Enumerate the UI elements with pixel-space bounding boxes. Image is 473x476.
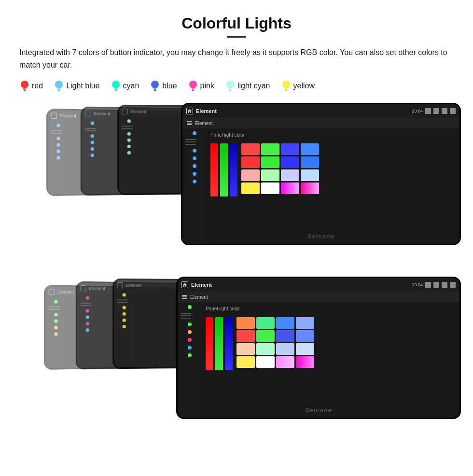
color-bar-red-b	[206, 317, 213, 370]
color-cell-b9[interactable]	[236, 343, 255, 355]
yellow-bulb-icon	[281, 80, 292, 92]
color-cell-16[interactable]	[301, 182, 319, 194]
sidebar-dot-b2	[188, 322, 192, 326]
sidebar-left	[182, 128, 207, 244]
sidebar-line-b1	[181, 313, 191, 314]
color-cell-b1[interactable]	[236, 317, 255, 329]
topbar-icon-scr-b	[442, 282, 447, 288]
color-cell-9[interactable]	[241, 169, 260, 181]
color-cell-7[interactable]	[281, 156, 299, 168]
color-cell-b14[interactable]	[256, 356, 275, 368]
screen-title-b: Element	[191, 282, 212, 288]
color-cell-b10[interactable]	[256, 343, 275, 355]
svg-rect-8	[115, 90, 117, 91]
svg-point-18	[282, 81, 290, 88]
color-cell-10[interactable]	[261, 169, 279, 181]
svg-point-6	[112, 81, 120, 88]
topbar-icon-vol	[433, 108, 439, 114]
sidebar-left-b	[178, 302, 202, 418]
color-cell-13[interactable]	[241, 182, 260, 194]
color-display-area-b	[206, 317, 456, 370]
svg-rect-4	[57, 88, 60, 90]
color-cell-b3[interactable]	[276, 317, 294, 329]
topbar-icon-cam-b	[425, 282, 431, 288]
color-bar-blue	[230, 143, 237, 196]
svg-point-15	[226, 81, 234, 88]
device-card-main-top: Element 20:04 Element	[181, 103, 461, 245]
color-bars	[210, 143, 237, 196]
color-cell-3[interactable]	[281, 143, 299, 155]
screen-body: Panel light color	[182, 128, 459, 244]
red-bulb-icon	[19, 80, 30, 92]
color-cell-b4[interactable]	[296, 317, 314, 329]
pink-bulb-icon	[188, 80, 198, 92]
color-cell-b12[interactable]	[296, 343, 314, 355]
color-grid-top	[241, 143, 319, 194]
color-cell-11[interactable]	[281, 169, 299, 181]
sidebar-dot-b1	[188, 305, 192, 309]
svg-marker-25	[183, 283, 187, 287]
color-cell-b15[interactable]	[276, 356, 294, 368]
sidebar-dot-5	[193, 172, 196, 176]
color-row: red Light blue cyan	[19, 80, 454, 92]
color-cell-14[interactable]	[261, 182, 279, 194]
color-cell-b7[interactable]	[276, 330, 294, 342]
color-cell-2[interactable]	[261, 143, 279, 155]
color-bar-green	[220, 143, 228, 196]
sidebar-line-1	[185, 139, 196, 140]
color-label-yellow: yellow	[293, 82, 315, 90]
sidebar-dot-4	[193, 164, 196, 168]
cyan-bulb-icon	[111, 80, 121, 92]
page-container: Colorful Lights Integrated with 7 colors…	[0, 0, 473, 441]
topbar-icons-b: 20:04	[412, 282, 456, 288]
color-cell-8[interactable]	[301, 156, 319, 168]
color-cell-5[interactable]	[241, 156, 260, 168]
color-grid-bottom	[236, 317, 314, 368]
topbar-icon-vol-b	[433, 282, 439, 288]
screen-subtitle-b: Element	[190, 294, 208, 300]
svg-rect-2	[24, 90, 26, 91]
color-item-pink: pink	[188, 80, 214, 92]
svg-point-12	[189, 81, 197, 88]
color-cell-b2[interactable]	[256, 317, 275, 329]
topbar-icon-screen	[442, 108, 447, 114]
color-cell-b11[interactable]	[276, 343, 294, 355]
device-card-main-bottom: Element 20:04 Element	[176, 277, 461, 419]
sidebar-dot-3	[193, 156, 196, 160]
svg-rect-28	[182, 298, 187, 299]
color-item-lightblue: Light blue	[54, 80, 99, 92]
topbar-icon-camera	[425, 108, 431, 114]
color-cell-b5[interactable]	[236, 330, 255, 342]
panel-label: Panel light color	[210, 132, 456, 138]
color-label-pink: pink	[200, 82, 214, 90]
color-cell-b16[interactable]	[296, 356, 314, 368]
screen-second-bar: Element	[182, 118, 459, 128]
color-cell-1[interactable]	[241, 143, 260, 155]
svg-rect-5	[58, 90, 60, 91]
topbar-icons: 20:04	[412, 108, 456, 114]
svg-rect-20	[285, 90, 287, 91]
color-cell-12[interactable]	[301, 169, 319, 181]
color-bar-green-b	[215, 317, 223, 370]
svg-rect-16	[229, 88, 232, 90]
topbar-time-b: 20:04	[412, 282, 423, 287]
svg-rect-26	[182, 295, 187, 296]
title-divider	[227, 36, 246, 38]
color-display-area	[210, 143, 456, 196]
color-cell-b6[interactable]	[256, 330, 275, 342]
color-bars-b	[206, 317, 233, 370]
color-cell-15[interactable]	[281, 182, 299, 194]
color-item-lightcyan: light cyan	[225, 80, 270, 92]
home-icon	[186, 108, 193, 114]
svg-rect-13	[192, 88, 195, 90]
svg-rect-14	[192, 90, 194, 91]
sidebar-dot-2	[193, 149, 196, 153]
color-cell-6[interactable]	[261, 156, 279, 168]
color-cell-4[interactable]	[301, 143, 319, 155]
color-cell-b8[interactable]	[296, 330, 314, 342]
color-label-lightcyan: light cyan	[237, 82, 270, 90]
screen-subtitle: Element	[195, 121, 213, 126]
blue-bulb-icon	[150, 80, 160, 92]
color-cell-b13[interactable]	[236, 356, 255, 368]
color-item-blue: blue	[150, 80, 177, 92]
